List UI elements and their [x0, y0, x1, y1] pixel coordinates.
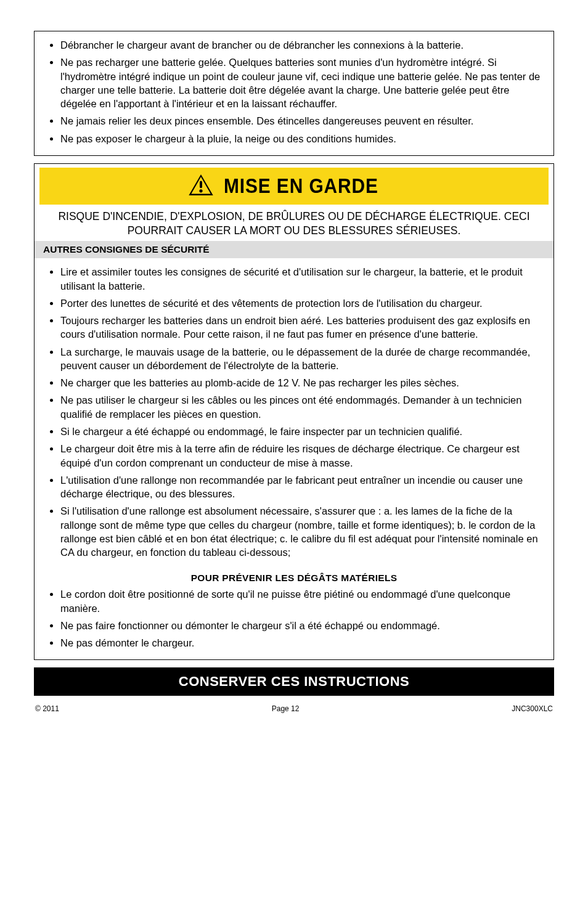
list-item: Ne jamais relier les deux pinces ensembl…: [60, 114, 545, 128]
list-item: Si le chargeur a été échappé ou endommag…: [60, 425, 545, 438]
list-item: Ne pas démonter le chargeur.: [60, 636, 545, 650]
safety-box-top: Débrancher le chargeur avant de brancher…: [34, 31, 554, 156]
safety-list-main: Lire et assimiler toutes les consignes d…: [43, 265, 545, 559]
svg-point-3: [200, 189, 203, 192]
list-item: Lire et assimiler toutes les consignes d…: [60, 265, 545, 293]
footer-model: JNC300XLC: [512, 704, 553, 713]
caution-box: MISE EN GARDE RISQUE D'INCENDIE, D'EXPLO…: [34, 163, 554, 661]
list-item: Débrancher le chargeur avant de brancher…: [60, 38, 545, 52]
page-footer: © 2011 Page 12 JNC300XLC: [34, 701, 554, 713]
list-item: Ne charger que les batteries au plomb-ac…: [60, 376, 545, 389]
safety-list-top: Débrancher le chargeur avant de brancher…: [43, 38, 545, 145]
svg-rect-2: [200, 181, 203, 188]
list-item: L'utilisation d'une rallonge non recomma…: [60, 473, 545, 501]
list-item: Si l'utilisation d'une rallonge est abso…: [60, 504, 545, 559]
caution-subhead: RISQUE D'INCENDIE, D'EXPLOSION, DE BRÛLU…: [43, 210, 545, 238]
safety-list-prevent: Le cordon doit être positionné de sorte …: [43, 587, 545, 650]
subheading-prevent: POUR PRÉVENIR LES DÉGÂTS MATÉRIELS: [43, 573, 545, 584]
footer-copyright: © 2011: [35, 704, 59, 713]
list-item: Toujours recharger les batteries dans un…: [60, 314, 545, 341]
caution-banner-label: MISE EN GARDE: [224, 174, 399, 198]
caution-banner: MISE EN GARDE: [39, 168, 549, 205]
list-item: Ne pas utiliser le chargeur si les câble…: [60, 393, 545, 421]
warning-icon: [188, 172, 214, 200]
save-instructions-banner: CONSERVER CES INSTRUCTIONS: [34, 667, 554, 696]
list-item: La surcharge, le mauvais usage de la bat…: [60, 345, 545, 373]
list-item: Ne pas recharger une batterie gelée. Que…: [60, 55, 545, 110]
list-item: Le cordon doit être positionné de sorte …: [60, 587, 545, 615]
list-item: Ne pas exposer le chargeur à la pluie, l…: [60, 132, 545, 145]
list-item: Ne pas faire fonctionner ou démonter le …: [60, 619, 545, 632]
list-item: Porter des lunettes de sécurité et des v…: [60, 296, 545, 310]
footer-page-number: Page 12: [272, 704, 300, 713]
section-header: AUTRES CONSIGNES DE SÉCURITÉ: [35, 241, 553, 258]
list-item: Le chargeur doit être mis à la terre afi…: [60, 442, 545, 470]
